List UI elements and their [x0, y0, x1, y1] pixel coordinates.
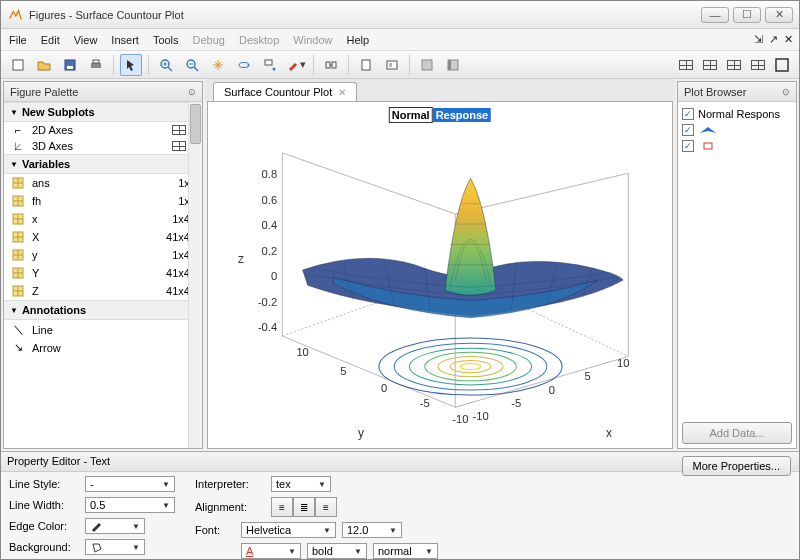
window-titlebar: Figures - Surface Countour Plot — ☐ ✕ — [1, 1, 799, 29]
add-data-button[interactable]: Add Data... — [682, 422, 792, 444]
plot-browser-panel: Plot Browser ⊙ ✓Normal Respons ✓ ✓ Add D… — [677, 81, 797, 449]
alignment-label: Alignment: — [195, 501, 265, 513]
dock-icon[interactable]: ⇲ — [754, 33, 763, 46]
svg-line-10 — [194, 67, 198, 71]
brush-button[interactable]: ▾ — [285, 54, 307, 76]
font-style-select[interactable]: normal▼ — [373, 543, 438, 559]
line-style-select[interactable]: -▼ — [85, 476, 175, 492]
pan-button[interactable] — [207, 54, 229, 76]
close-button[interactable]: ✕ — [765, 7, 793, 23]
variable-row[interactable]: x1x41 — [4, 210, 202, 228]
annotations-section[interactable]: Annotations — [4, 300, 202, 320]
plot-browser-title: Plot Browser — [684, 86, 746, 98]
font-color-select[interactable]: A▼ — [241, 543, 301, 559]
font-family-select[interactable]: Helvetica▼ — [241, 522, 336, 538]
property-editor-header[interactable]: Property Editor - Text — [1, 452, 799, 472]
layout-3-button[interactable] — [723, 54, 745, 76]
subplot-2d-axes[interactable]: ⌐2D Axes▸ — [4, 122, 202, 138]
checkbox-icon[interactable]: ✓ — [682, 140, 694, 152]
variable-row[interactable]: ans1x1 — [4, 174, 202, 192]
align-center-button[interactable]: ≣ — [293, 497, 315, 517]
menu-close-icon[interactable]: ✕ — [784, 33, 793, 46]
new-subplots-section[interactable]: New Subplots — [4, 102, 202, 122]
menu-edit[interactable]: Edit — [41, 34, 60, 46]
new-figure-button[interactable] — [7, 54, 29, 76]
rotate3d-button[interactable] — [233, 54, 255, 76]
variable-icon — [10, 194, 26, 208]
layout-2-button[interactable] — [699, 54, 721, 76]
layout-4-button[interactable] — [747, 54, 769, 76]
colorbar-button[interactable] — [355, 54, 377, 76]
bucket-icon — [90, 541, 104, 553]
annotation-arrow[interactable]: ↘Arrow — [4, 339, 202, 356]
menu-help[interactable]: Help — [346, 34, 369, 46]
more-properties-button[interactable]: More Properties... — [682, 456, 791, 476]
layout-max-button[interactable] — [771, 54, 793, 76]
svg-text:0: 0 — [271, 270, 277, 282]
maximize-button[interactable]: ☐ — [733, 7, 761, 23]
collapse-icon[interactable]: ⊙ — [188, 87, 196, 97]
z-axis-label: z — [238, 252, 244, 266]
align-left-button[interactable]: ≡ — [271, 497, 293, 517]
layout-1-button[interactable] — [675, 54, 697, 76]
plot-browser-item[interactable]: ✓Normal Respons — [682, 106, 792, 122]
plot-browser-header[interactable]: Plot Browser ⊙ — [678, 82, 796, 102]
menu-view[interactable]: View — [74, 34, 98, 46]
contour-swatch-icon — [698, 141, 718, 151]
scrollbar-thumb[interactable] — [190, 104, 201, 144]
align-right-button[interactable]: ≡ — [315, 497, 337, 517]
tab-close-icon[interactable]: ✕ — [338, 87, 346, 98]
variable-row[interactable]: Y41x41 — [4, 264, 202, 282]
subplot-3d-axes[interactable]: ⟀3D Axes▸ — [4, 138, 202, 154]
zoom-out-button[interactable] — [181, 54, 203, 76]
annotation-line[interactable]: ＼Line — [4, 320, 202, 339]
menu-window[interactable]: Window — [293, 34, 332, 46]
undock-icon[interactable]: ↗ — [769, 33, 778, 46]
svg-text:0.4: 0.4 — [262, 219, 278, 231]
plot-title[interactable]: NormalResponse — [389, 106, 491, 122]
zoom-in-button[interactable] — [155, 54, 177, 76]
svg-text:-5: -5 — [420, 397, 430, 409]
main-toolbar: ▾ — [1, 51, 799, 79]
link-button[interactable] — [320, 54, 342, 76]
open-button[interactable] — [33, 54, 55, 76]
figure-palette-header[interactable]: Figure Palette ⊙ — [4, 82, 202, 102]
grid-icon[interactable] — [172, 141, 186, 151]
axes-3d[interactable]: NormalResponse -0.4 -0.2 0 0.2 0.4 0. — [207, 101, 673, 449]
hide-tools-button[interactable] — [416, 54, 438, 76]
menu-file[interactable]: File — [9, 34, 27, 46]
print-button[interactable] — [85, 54, 107, 76]
variable-row[interactable]: X41x41 — [4, 228, 202, 246]
legend-button[interactable] — [381, 54, 403, 76]
checkbox-icon[interactable]: ✓ — [682, 108, 694, 120]
plot-browser-item[interactable]: ✓ — [682, 122, 792, 138]
pointer-button[interactable] — [120, 54, 142, 76]
variable-row[interactable]: fh1x1 — [4, 192, 202, 210]
interpreter-select[interactable]: tex▼ — [271, 476, 331, 492]
background-select[interactable]: ▼ — [85, 539, 145, 555]
menu-tools[interactable]: Tools — [153, 34, 179, 46]
checkbox-icon[interactable]: ✓ — [682, 124, 694, 136]
grid-icon[interactable] — [172, 125, 186, 135]
figure-tab[interactable]: Surface Countour Plot ✕ — [213, 82, 357, 101]
menu-insert[interactable]: Insert — [111, 34, 139, 46]
show-tools-button[interactable] — [442, 54, 464, 76]
edge-color-select[interactable]: ▼ — [85, 518, 145, 534]
scrollbar[interactable] — [188, 102, 202, 448]
svg-text:10: 10 — [296, 346, 308, 358]
menu-debug[interactable]: Debug — [193, 34, 225, 46]
collapse-icon[interactable]: ⊙ — [782, 87, 790, 97]
variable-row[interactable]: y1x41 — [4, 246, 202, 264]
save-button[interactable] — [59, 54, 81, 76]
font-size-select[interactable]: 12.0▼ — [342, 522, 402, 538]
datacursor-button[interactable] — [259, 54, 281, 76]
svg-text:0.6: 0.6 — [262, 194, 278, 206]
line-width-select[interactable]: 0.5▼ — [85, 497, 175, 513]
variables-section[interactable]: Variables — [4, 154, 202, 174]
variable-icon — [10, 248, 26, 262]
font-weight-select[interactable]: bold▼ — [307, 543, 367, 559]
variable-row[interactable]: Z41x41 — [4, 282, 202, 300]
menu-desktop[interactable]: Desktop — [239, 34, 279, 46]
plot-browser-item[interactable]: ✓ — [682, 138, 792, 154]
minimize-button[interactable]: — — [701, 7, 729, 23]
